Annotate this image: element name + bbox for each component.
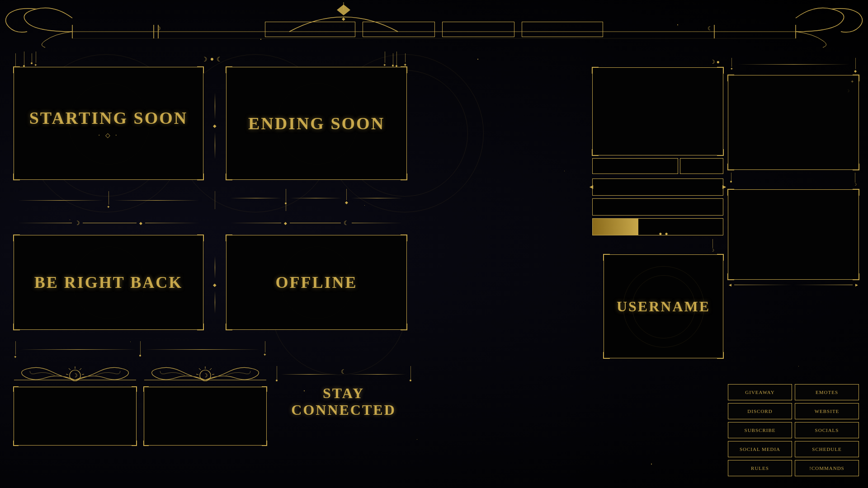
overlay-header-svg-2: ☽ — [144, 362, 266, 387]
main-content: ☽ ☾ ◆ ✦ ☽●☾ — [0, 0, 868, 488]
svg-line-25 — [199, 368, 201, 370]
alert-bar-2 — [592, 198, 723, 216]
svg-text:☽: ☽ — [203, 372, 208, 379]
giveaway-button[interactable]: Giveaway — [728, 384, 792, 400]
button-row-2: Discord Website — [728, 403, 859, 419]
overlay-box-1-inner — [14, 387, 137, 446]
offline-content: Offline — [226, 235, 406, 329]
svg-text:☽: ☽ — [156, 25, 161, 32]
mid-deco-1: ◆ — [203, 67, 226, 184]
right-mid-decos: ☽ — [728, 173, 859, 187]
starting-soon-content: Starting Soon · ◇ · — [14, 67, 203, 179]
mid-deco-2: ◆ — [203, 235, 226, 334]
alert-bar-1: ◄ ► — [592, 178, 723, 196]
header-box-1[interactable] — [265, 22, 355, 37]
overlay-top-decos: ✦ ✦ — [14, 341, 267, 359]
svg-marker-1 — [337, 5, 350, 15]
center-right-top: ☽ ● ◄ ► ● ● — [592, 59, 723, 235]
username-label: Username — [617, 298, 710, 315]
overlay-box-2: ☽ — [144, 362, 267, 446]
divider-row-1: ✦ ◆ — [14, 188, 407, 212]
right-panels: ✦ ◆ ✦ ☽ ☽ ◄ — [728, 58, 859, 290]
emotes-button[interactable]: Emotes — [795, 384, 859, 400]
brb-content: Be Right Back — [14, 235, 203, 329]
svg-line-17 — [69, 368, 71, 370]
webcam-moon-deco-2: ☽ — [846, 89, 849, 93]
arrow-left-icon: ◄ — [588, 183, 594, 191]
webcam-star-deco: ✦ — [850, 79, 854, 84]
stay-connected-decos: ☾ — [276, 366, 411, 381]
svg-line-23 — [210, 368, 212, 370]
username-panel: Username — [604, 254, 723, 358]
header-box-4[interactable] — [522, 22, 603, 37]
svg-text:◆: ◆ — [342, 16, 345, 21]
svg-text:☽: ☽ — [73, 372, 78, 379]
website-button[interactable]: Website — [795, 403, 859, 419]
panel-divider-arrows: ◄ ► — [728, 282, 859, 287]
starting-soon-sublabel: · ◇ · — [99, 131, 119, 139]
moon-pair: ☽●☾ — [202, 53, 222, 63]
overlay-box-1-header: ☽ — [14, 362, 137, 387]
svg-line-18 — [66, 374, 68, 375]
svg-line-15 — [80, 368, 81, 370]
webcam-large-panel — [592, 67, 723, 155]
starting-soon-top-decos: ✦ — [23, 52, 38, 67]
webcam-moon-deco: ☽ ● — [592, 59, 723, 66]
overlay-box-2-inner — [144, 387, 267, 446]
arrow-right-icon: ► — [721, 183, 727, 191]
discord-button[interactable]: Discord — [728, 403, 792, 419]
button-row-4: Social Media Schedule — [728, 441, 859, 457]
starting-soon-panel: ✦ Starting Soon · ◇ · — [14, 67, 203, 180]
overlay-boxes-section: ✦ ✦ — [14, 341, 267, 477]
commands-button[interactable]: !Commands — [795, 460, 859, 476]
scene-row-2: Be Right Back ◆ Offline — [14, 235, 407, 334]
offline-label: Offline — [275, 273, 357, 292]
social-media-button[interactable]: Social Media — [728, 441, 792, 457]
scene-row-1: ✦ Starting Soon · ◇ · ◆ ✦ — [14, 67, 407, 184]
button-row-1: Giveaway Emotes — [728, 384, 859, 400]
socials-button[interactable]: Socials — [795, 422, 859, 438]
ending-soon-top-decos: ✦ — [383, 52, 397, 67]
header-box-2[interactable] — [363, 22, 435, 37]
stay-connected-section: ☾ Stay Connected — [276, 366, 411, 418]
svg-text:☾: ☾ — [708, 25, 712, 32]
offline-panel: Offline — [226, 235, 407, 330]
header-boxes — [265, 22, 603, 37]
be-right-back-panel: Be Right Back — [14, 235, 203, 330]
stay-connected-title: Stay Connected — [276, 385, 411, 418]
header-box-3[interactable] — [442, 22, 514, 37]
overlay-box-2-header: ☽ — [144, 362, 267, 387]
ending-soon-label: Ending Soon — [248, 113, 385, 133]
webcam-small-panels — [592, 158, 723, 174]
right-webcam-panel: ✦ ☽ — [728, 75, 859, 170]
svg-line-16 — [82, 374, 84, 375]
overlay-panels-row: ☽ — [14, 362, 267, 446]
chat-panel — [728, 189, 859, 280]
ending-soon-panel: ✦ Ending Soon — [226, 67, 407, 180]
stay-connected-label: Stay Connected — [276, 385, 411, 418]
divider-row-2: ☽ ◆ ◆ ☾ — [14, 211, 407, 235]
schedule-button[interactable]: Schedule — [795, 441, 859, 457]
username-moon-deco: ●● — [604, 230, 723, 237]
overlay-box-1: ☽ — [14, 362, 137, 446]
svg-line-26 — [196, 374, 198, 375]
ending-soon-content: Ending Soon — [226, 67, 406, 179]
username-pendant: ☽ — [604, 239, 723, 253]
rules-button[interactable]: Rules — [728, 460, 792, 476]
starting-soon-label: Starting Soon — [29, 108, 188, 128]
button-row-3: Subscribe Socials — [728, 422, 859, 438]
subscribe-button[interactable]: Subscribe — [728, 422, 792, 438]
brb-label: Be Right Back — [34, 273, 183, 292]
overlay-header-svg-1: ☽ — [14, 362, 136, 387]
top-header: ☽ ☾ ◆ — [0, 0, 868, 50]
right-top-decos: ✦ ◆ — [728, 58, 859, 73]
username-section: ●● ☽ Username — [604, 230, 723, 352]
svg-line-24 — [212, 374, 214, 375]
alert-bars-section: ◄ ► ● ● — [592, 178, 723, 235]
buttons-grid: Giveaway Emotes Discord Website Subscrib… — [728, 384, 859, 479]
button-row-5: Rules !Commands — [728, 460, 859, 476]
